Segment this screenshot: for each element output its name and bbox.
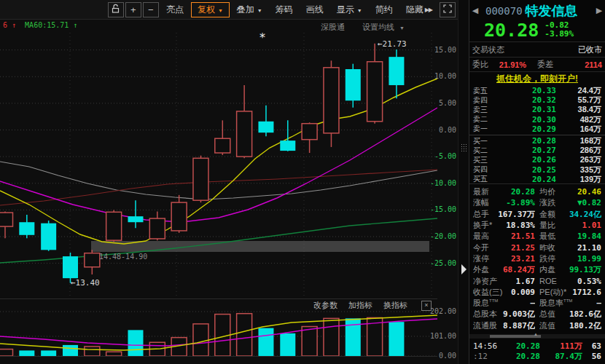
wc-value: 2114 bbox=[553, 60, 602, 69]
chevron-down-icon: ▼ bbox=[257, 8, 262, 13]
unlock-button[interactable] bbox=[108, 2, 124, 17]
order-book-row: 卖三20.3138.4万 bbox=[469, 105, 605, 114]
detail-row: 今开21.25昨收21.10 bbox=[469, 242, 605, 253]
zoom-out-button[interactable]: − bbox=[143, 2, 159, 17]
vol-axis-tick: 0.00 bbox=[439, 352, 456, 360]
detail-row: 涨停23.21跌停18.99 bbox=[469, 253, 605, 264]
scroll-arrow-icon: ▲ bbox=[534, 332, 538, 336]
panel-splitter[interactable] bbox=[458, 0, 469, 364]
open-account-link[interactable]: 抓住机会，即刻开户! bbox=[496, 73, 578, 85]
ma-label-row: 6 ↑ MA60:15.71 ↑ bbox=[3, 21, 77, 29]
detail-row: 总股本9.003亿总值182.6亿 bbox=[469, 309, 605, 320]
detail-row: 外盘68.24万内盘99.13万 bbox=[469, 264, 605, 275]
vol-axis-tick: 202.00 bbox=[430, 307, 456, 315]
axis-tick: -10.00 bbox=[430, 179, 456, 187]
detail-row: 净资产1.67ROE0.53% bbox=[469, 275, 605, 286]
order-book-row: 买一20.28168万 bbox=[469, 136, 605, 146]
next-stock-icon[interactable]: ▶ bbox=[593, 6, 605, 15]
order-book-row: 买四20.25335万 bbox=[469, 165, 605, 175]
tick-row: :1220.2887.4万56 bbox=[469, 351, 605, 361]
unlock-icon bbox=[111, 4, 120, 16]
indicator-button[interactable]: 换指标 bbox=[383, 300, 407, 311]
indicator-pane-header: 改参数加指标换指标× bbox=[0, 300, 432, 311]
axis-tick: -20.00 bbox=[430, 232, 456, 240]
wc-label: 委差 bbox=[537, 59, 553, 70]
ma-settings-button[interactable]: 设置均线 ▼ bbox=[362, 22, 405, 33]
price-axis: 15.0010.005.000.00-5.00-10.00-15.00-20.0… bbox=[436, 0, 458, 364]
detail-row: 最高21.51最低19.84 bbox=[469, 231, 605, 242]
status-label: 交易状态 bbox=[472, 44, 504, 55]
app-window: +−亮点复权▼叠加▼筹码画线显示▼简约隐藏▶▶ 6 ↑ MA60:15.71 ↑… bbox=[0, 0, 605, 364]
divider bbox=[469, 183, 605, 184]
divider bbox=[469, 57, 605, 58]
tick-row: 14:5620.28111万63 bbox=[469, 341, 605, 351]
adjust-button[interactable]: 复权▼ bbox=[191, 2, 230, 17]
ma-fragment-label: 6 ↑ bbox=[3, 21, 16, 29]
order-book-row: 买二20.27286万 bbox=[469, 146, 605, 155]
chips-button[interactable]: 筹码 bbox=[270, 3, 299, 17]
detail-row: 涨幅-3.89%涨跌▼0.82 bbox=[469, 197, 605, 208]
prev-stock-icon[interactable]: ◀ bbox=[469, 6, 481, 15]
chevron-down-icon: ▼ bbox=[399, 25, 405, 31]
status-value: 已收市 bbox=[504, 44, 602, 55]
chevron-down-icon: ▼ bbox=[357, 8, 362, 13]
highlight-button[interactable]: 亮点 bbox=[160, 3, 190, 17]
wb-label: 委比 bbox=[472, 59, 488, 70]
detail-row: 流通股8.887亿流值180.2亿 bbox=[469, 320, 605, 331]
axis-tick: 15.00 bbox=[434, 46, 456, 54]
double-arrow-icon: ▶▶ bbox=[425, 7, 432, 13]
divider bbox=[469, 71, 605, 72]
panel-scrollbar[interactable]: ▲ bbox=[469, 334, 605, 339]
quote-details: 最新20.28均价20.46涨幅-3.89%涨跌▼0.82总手167.37万金额… bbox=[469, 186, 605, 331]
chevron-down-icon: ▼ bbox=[218, 8, 223, 13]
trade-status-row: 交易状态 已收市 bbox=[469, 43, 605, 56]
detail-row: 股息TTM—股息率TTM— bbox=[469, 298, 605, 309]
ad-row: 抓住机会，即刻开户! bbox=[469, 73, 605, 85]
detail-row: 收益(三)0.009PE(动)*1712.6 bbox=[469, 287, 605, 298]
stock-name: 特发信息 bbox=[526, 2, 593, 20]
axis-tick: -25.00 bbox=[430, 259, 456, 267]
splitter-grip-icon[interactable] bbox=[461, 143, 467, 151]
overlay-button[interactable]: 叠加▼ bbox=[231, 3, 268, 17]
last-price: 20.28 bbox=[484, 20, 539, 41]
axis-tick: 0.00 bbox=[439, 126, 456, 134]
order-book-row: 卖一20.29164万 bbox=[469, 124, 605, 134]
ma60-label: MA60:15.71 ↑ bbox=[25, 21, 77, 29]
divider bbox=[469, 41, 605, 42]
quote-panel: ◀ 000070 特发信息 ▶ 20.28 -0.82 -3.89% 交易状态 … bbox=[469, 0, 605, 364]
detail-row: 总手167.37万金额34.24亿 bbox=[469, 209, 605, 220]
hide-button[interactable]: 隐藏▶▶ bbox=[400, 3, 438, 17]
order-book-row: 卖二20.30482万 bbox=[469, 115, 605, 124]
candlestick-chart[interactable]: ←21.73←13.4014.48-14.90* bbox=[0, 33, 437, 298]
wb-value: 21.91% bbox=[488, 60, 537, 69]
commission-row: 委比 21.91% 委差 2114 bbox=[469, 58, 605, 71]
indicator-button[interactable]: 加指标 bbox=[348, 300, 372, 311]
collapse-panel-icon[interactable] bbox=[461, 264, 467, 274]
svg-text:*: * bbox=[259, 33, 265, 44]
display-button[interactable]: 显示▼ bbox=[331, 3, 368, 17]
detail-row: 最新20.28均价20.46 bbox=[469, 186, 605, 197]
order-book-row: 买三20.26263万 bbox=[469, 155, 605, 165]
price-row: 20.28 -0.82 -3.89% bbox=[469, 19, 605, 41]
axis-tick: -15.00 bbox=[430, 205, 456, 213]
tick-list: 14:5620.28111万63:1220.2887.4万56 bbox=[469, 341, 605, 361]
order-book-row: 卖四20.3255.7万 bbox=[469, 95, 605, 105]
drawline-button[interactable]: 画线 bbox=[300, 3, 329, 17]
order-book: 卖五20.3324.4万卖四20.3255.7万卖三20.3138.4万卖二20… bbox=[469, 86, 605, 184]
svg-text:←21.73: ←21.73 bbox=[378, 39, 407, 49]
zoom-in-button[interactable]: + bbox=[125, 2, 141, 17]
svg-text:←13.40: ←13.40 bbox=[71, 278, 100, 288]
price-change-pct: -3.89% bbox=[544, 29, 574, 39]
detail-row: 换手*18.83%量比1.01 bbox=[469, 220, 605, 231]
vol-axis-tick: 101.00 bbox=[430, 332, 456, 340]
board-tag-label: 深股通 bbox=[321, 22, 345, 33]
axis-tick: -5.00 bbox=[434, 152, 456, 160]
order-book-row: 卖五20.3324.4万 bbox=[469, 86, 605, 95]
chart-toolbar: +−亮点复权▼叠加▼筹码画线显示▼简约隐藏▶▶ bbox=[0, 0, 458, 20]
axis-tick: 10.00 bbox=[434, 72, 456, 80]
toolbar-buttons: +−亮点复权▼叠加▼筹码画线显示▼简约隐藏▶▶ bbox=[107, 2, 456, 17]
stock-header: ◀ 000070 特发信息 ▶ bbox=[469, 1, 605, 20]
order-book-row: 买五20.24139万 bbox=[469, 175, 605, 184]
indicator-button[interactable]: 改参数 bbox=[313, 300, 337, 311]
simple-button[interactable]: 简约 bbox=[370, 3, 399, 17]
